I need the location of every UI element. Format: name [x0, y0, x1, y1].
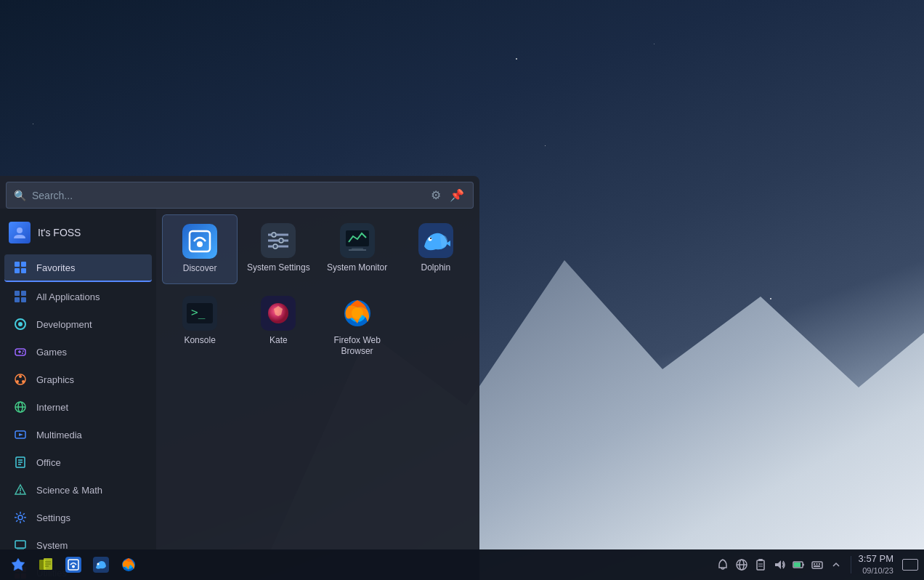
sidebar-item-graphics-label: Graphics — [36, 374, 74, 385]
svg-rect-7 — [15, 297, 20, 302]
svg-point-0 — [17, 227, 23, 233]
user-avatar — [9, 222, 31, 243]
taskbar-left — [6, 552, 716, 577]
dolphin-app-label: Dolphin — [421, 262, 451, 274]
sidebar-item-games-label: Games — [36, 347, 67, 358]
discover-app-icon — [182, 224, 217, 259]
sidebar-item-favorites[interactable]: Favorites — [4, 254, 152, 282]
svg-point-59 — [430, 238, 431, 239]
keyboard-tray-icon[interactable] — [810, 557, 824, 572]
app-kate[interactable]: Kate — [240, 287, 316, 366]
sidebar-item-games[interactable]: Games — [4, 339, 152, 365]
kate-app-icon — [261, 296, 296, 331]
screen-icon[interactable] — [902, 559, 918, 571]
svg-rect-101 — [819, 563, 820, 565]
svg-rect-33 — [15, 541, 25, 548]
konsole-app-icon: >_ — [182, 296, 217, 331]
svg-rect-96 — [794, 563, 801, 567]
sidebar-item-development[interactable]: Development — [4, 311, 152, 337]
sidebar-item-all-apps-label: All Applications — [36, 291, 100, 302]
graphics-icon — [13, 372, 28, 387]
sidebar-item-multimedia-label: Multimedia — [36, 430, 82, 440]
sidebar-item-science-label: Science & Math — [36, 485, 102, 496]
svg-text:>_: >_ — [191, 305, 206, 319]
svg-point-67 — [352, 307, 363, 319]
desktop: 🔍 ⚙ 📌 It's FOSS — [0, 0, 924, 580]
all-apps-icon — [13, 289, 28, 304]
favorites-icon — [13, 260, 28, 275]
user-name: It's FOSS — [38, 227, 81, 238]
app-discover[interactable]: Discover — [162, 214, 238, 284]
taskbar: 3:57 PM 09/10/23 — [0, 549, 924, 580]
battery-tray-icon[interactable] — [791, 557, 806, 572]
discover-app-label: Discover — [183, 263, 217, 275]
svg-point-32 — [18, 515, 23, 520]
games-icon — [13, 345, 28, 359]
user-header[interactable]: It's FOSS — [0, 214, 156, 254]
sidebar-item-internet-label: Internet — [36, 402, 68, 413]
sidebar-item-settings-label: Settings — [36, 512, 70, 523]
search-input[interactable] — [32, 190, 429, 201]
multimedia-icon — [13, 427, 28, 442]
sidebar-item-settings[interactable]: Settings — [4, 504, 152, 531]
sidebar-item-graphics[interactable]: Graphics — [4, 366, 152, 392]
clipboard-tray-icon[interactable] — [753, 557, 768, 572]
notifications-tray-icon[interactable] — [716, 557, 730, 572]
sidebar-item-all-apps[interactable]: All Applications — [4, 283, 152, 310]
svg-rect-100 — [816, 563, 817, 565]
app-dolphin[interactable]: Dolphin — [398, 214, 474, 284]
sidebar-item-office-label: Office — [36, 457, 61, 468]
app-system-settings[interactable]: System Settings — [240, 214, 316, 284]
taskbar-menu-icon[interactable] — [6, 552, 31, 577]
svg-rect-1 — [15, 262, 20, 267]
sidebar-item-science[interactable]: Science & Math — [4, 477, 152, 503]
svg-rect-98 — [812, 562, 822, 568]
app-system-monitor[interactable]: System Monitor — [320, 214, 395, 284]
volume-tray-icon[interactable] — [772, 557, 787, 572]
svg-point-15 — [22, 353, 23, 354]
svg-marker-24 — [19, 433, 23, 436]
svg-rect-90 — [757, 560, 764, 570]
sidebar-item-internet[interactable]: Internet — [4, 394, 152, 420]
svg-point-42 — [197, 241, 203, 247]
taskbar-divider — [851, 556, 851, 573]
sidebar-item-office[interactable]: Office — [4, 449, 152, 475]
chevron-up-tray-icon[interactable] — [829, 557, 843, 572]
svg-point-84 — [97, 563, 100, 565]
firefox-app-icon — [340, 296, 375, 331]
dolphin-app-icon — [418, 223, 453, 258]
taskbar-firefox-icon[interactable] — [116, 552, 141, 577]
system-settings-app-icon — [261, 223, 296, 258]
svg-rect-99 — [814, 563, 815, 565]
kate-app-label: Kate — [270, 335, 288, 347]
office-icon — [13, 455, 28, 470]
settings-sidebar-icon — [13, 510, 28, 525]
network-tray-icon[interactable] — [734, 557, 749, 572]
svg-rect-102 — [814, 565, 820, 567]
app-konsole[interactable]: >_ Konsole — [162, 287, 238, 366]
svg-marker-94 — [775, 560, 781, 569]
taskbar-dolphin-icon[interactable] — [89, 552, 113, 577]
app-firefox[interactable]: Firefox Web Browser — [320, 287, 395, 366]
svg-point-18 — [16, 380, 19, 383]
search-bar: 🔍 ⚙ 📌 — [6, 182, 474, 209]
svg-rect-91 — [758, 559, 763, 561]
svg-point-10 — [18, 322, 23, 326]
system-monitor-app-label: System Monitor — [327, 262, 387, 274]
clock-time: 3:57 PM — [859, 552, 893, 565]
apps-grid: Discover — [156, 209, 479, 580]
svg-rect-2 — [21, 262, 26, 267]
taskbar-discover-icon[interactable] — [61, 552, 86, 577]
svg-rect-5 — [15, 291, 20, 296]
system-settings-app-label: System Settings — [247, 262, 310, 274]
clock-display[interactable]: 3:57 PM 09/10/23 — [859, 552, 893, 577]
svg-rect-3 — [15, 268, 20, 273]
svg-point-31 — [20, 492, 21, 494]
sidebar-item-multimedia[interactable]: Multimedia — [4, 422, 152, 448]
internet-icon — [13, 400, 28, 414]
pin-button[interactable]: 📌 — [448, 187, 466, 204]
taskbar-right: 3:57 PM 09/10/23 — [716, 552, 918, 577]
taskbar-files-icon[interactable] — [33, 552, 58, 577]
filter-button[interactable]: ⚙ — [429, 187, 442, 204]
sidebar: It's FOSS Favorites — [0, 209, 156, 580]
